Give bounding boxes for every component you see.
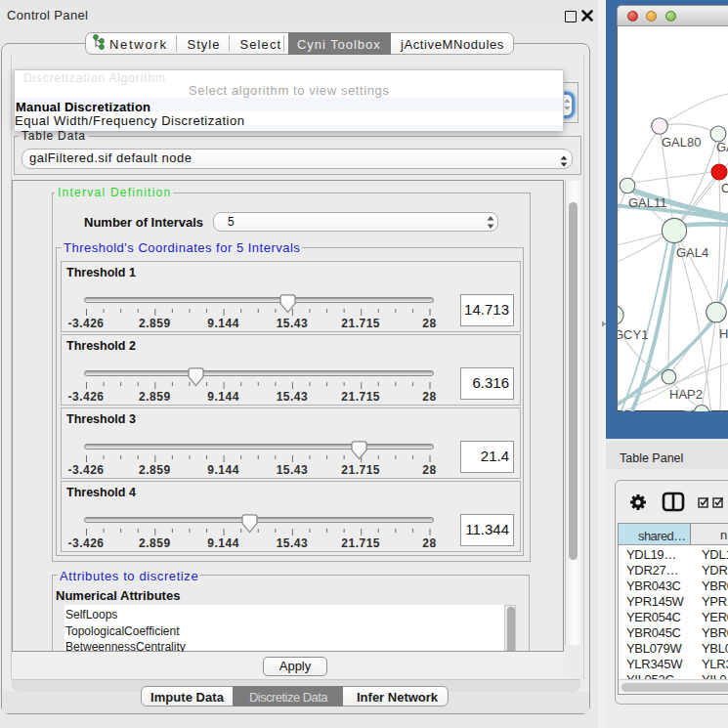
svg-text:H: H bbox=[719, 326, 728, 341]
svg-text:GAL4: GAL4 bbox=[676, 245, 708, 260]
svg-text:GCY1: GCY1 bbox=[618, 327, 648, 342]
svg-text:C: C bbox=[721, 181, 728, 195]
svg-text:GAL80: GAL80 bbox=[662, 135, 701, 150]
svg-text:HAP2: HAP2 bbox=[669, 387, 703, 402]
svg-text:GAL11: GAL11 bbox=[628, 195, 667, 210]
svg-text:GA: GA bbox=[716, 140, 728, 154]
